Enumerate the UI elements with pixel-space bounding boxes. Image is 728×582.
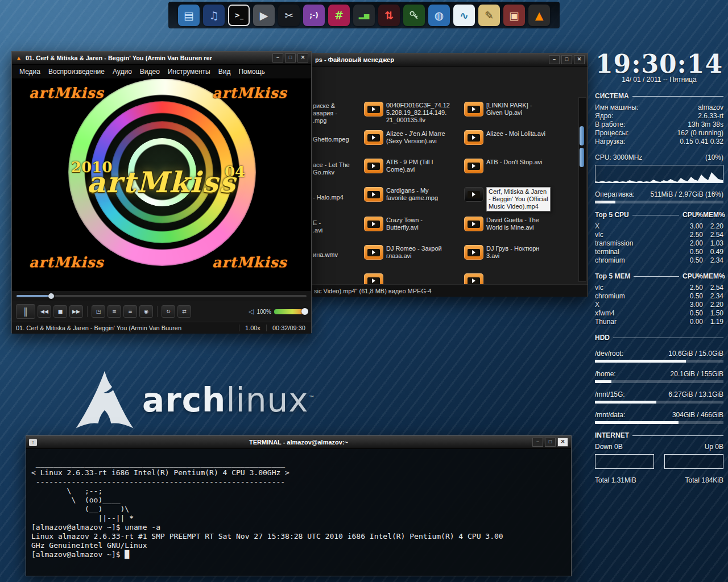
system-header-label: СИСТЕМА (595, 92, 629, 101)
menu-playback[interactable]: Воспроизведение (44, 66, 109, 77)
maximize-button[interactable]: □ (561, 55, 572, 64)
smiley-glyph: ;-) (309, 11, 318, 19)
maximize-button[interactable]: □ (285, 53, 296, 63)
menu-video[interactable]: Видео (136, 66, 164, 77)
vlc-titlebar[interactable]: ▲ 01. Cerf & Mitiska & Jaren - Beggin' Y… (12, 52, 311, 65)
equalizer-button[interactable]: ≣ (123, 305, 137, 318)
vlc-icon[interactable]: ▲ (528, 5, 550, 26)
process-name: chromium (595, 256, 625, 265)
scrollbar-thumb[interactable] (580, 126, 584, 146)
terminal-icon[interactable]: >_ (228, 5, 250, 26)
internet-header: INTERNET (595, 431, 723, 440)
playlist-button[interactable]: ≡ (107, 305, 121, 318)
notes-icon[interactable]: ✎ (478, 5, 500, 26)
terminal-output[interactable]: ________________________________________… (26, 456, 571, 562)
file-item-partial[interactable]: ace - Let The Go.mkv (313, 161, 350, 176)
ram-bar (595, 201, 723, 203)
file-item[interactable]: Alizee - Moi Lolita.avi (464, 130, 545, 145)
process-name: X (595, 222, 599, 231)
value: 2.6.33-rt (698, 112, 723, 120)
file-item-partial[interactable]: Ghetto.mpeg (313, 136, 349, 143)
keys-icon[interactable] (403, 5, 425, 26)
scissors-icon[interactable]: ✂ (278, 5, 300, 26)
menu-view[interactable]: Вид (214, 66, 235, 77)
file-item-partial[interactable]: - Halo.mp4 (313, 194, 344, 201)
volume-slider[interactable] (274, 309, 307, 314)
file-item[interactable]: David Guetta - The World is Mine.avi (464, 217, 539, 231)
file-item[interactable]: DJ Грув - Ноктюрн 3.avi (464, 245, 539, 260)
updown-arrows-glyph: ⇅ (384, 9, 394, 22)
video-area[interactable]: artMkiss artMkiss artMkiss artMkiss 2010… (12, 79, 311, 290)
previous-button[interactable]: ◀◀ (38, 305, 51, 318)
file-item-partial[interactable]: E - .avi (313, 219, 322, 234)
menu-media[interactable]: Медиа (15, 66, 44, 77)
scrollbar[interactable] (578, 97, 586, 282)
pda-icon[interactable]: ▤ (178, 5, 200, 26)
stop-button[interactable]: ■ (53, 305, 67, 318)
maximize-button[interactable]: □ (545, 438, 556, 447)
speaker-icon[interactable]: ◁ (249, 307, 254, 315)
col-cpu: CPU% (682, 211, 703, 219)
top-cpu-row: transmission2.001.03 (595, 239, 723, 248)
close-button[interactable]: ✕ (297, 53, 308, 63)
close-button[interactable]: ✕ (557, 438, 568, 447)
icon-band (468, 134, 480, 142)
cpu-pct: 2.50 (682, 284, 703, 292)
minimize-button[interactable]: – (532, 438, 543, 447)
packages-icon[interactable]: ▣ (503, 5, 525, 26)
next-button[interactable]: ▶▶ (69, 305, 83, 318)
menu-help[interactable]: Помощь (234, 66, 268, 77)
file-item[interactable]: DJ Romeo - Закрой глаза.avi (364, 245, 442, 260)
hdd-row: /dev/root:10.6GiB / 15.0GiB (595, 350, 723, 358)
hdd-row: /mnt/15G:6.27GiB / 13.1GiB (595, 390, 723, 399)
mem-pct: 2.54 (703, 231, 723, 239)
vlc-window: ▲ 01. Cerf & Mitiska & Jaren - Beggin' Y… (11, 51, 312, 333)
clock: 19:30:14 (595, 51, 723, 77)
loop-button[interactable]: ↻ (162, 305, 175, 318)
play-glyph (472, 278, 475, 283)
cpu-percent: (10%) (705, 153, 723, 162)
chart-icon[interactable]: ∿ (453, 5, 475, 26)
close-button[interactable]: ✕ (574, 55, 585, 64)
file-item-selected[interactable]: Cerf, Mitiska & Jaren - Beggin' You (Off… (464, 187, 551, 211)
file-item[interactable]: Crazy Town - Butterfly.avi (364, 217, 423, 231)
minimize-button[interactable]: – (272, 53, 283, 63)
seek-thumb[interactable] (48, 293, 54, 299)
vlc-menubar: Медиа Воспроизведение Аудио Видео Инстру… (12, 65, 311, 79)
top-cpu-label: Top 5 CPU (595, 211, 629, 219)
menu-tools[interactable]: Инструменты (164, 66, 214, 77)
seek-slider[interactable] (16, 295, 307, 297)
icon-band (468, 221, 480, 228)
file-item[interactable]: 0040FD016C3F_74.12 5.208.19_82.114.149. … (364, 102, 450, 124)
divider (613, 338, 723, 338)
usage: 304GiB / 466GiB (672, 411, 723, 419)
hdd-bar-fill (595, 421, 679, 424)
file-item[interactable]: ATB - Don't Stop.avi (464, 159, 543, 173)
arch-word: arch (142, 381, 226, 419)
file-item-clipped[interactable] (464, 273, 483, 284)
system-monitor-icon[interactable]: ▂▅ (353, 5, 375, 26)
pause-button[interactable]: ‖ (16, 304, 35, 319)
file-item[interactable]: Alizee - J'en Ai Marre (Sexy Version).av… (364, 130, 445, 145)
menu-audio[interactable]: Аудио (109, 66, 136, 77)
media-device-icon[interactable]: ♫ (203, 5, 225, 26)
minimize-button[interactable]: – (549, 55, 560, 64)
terminal-titlebar[interactable]: ↑ TERMINAL - almazov@almazov:~ – □ ✕ (26, 436, 571, 449)
media-player-icon[interactable]: ▶ (253, 5, 275, 26)
file-item-clipped[interactable] (364, 273, 383, 284)
icon-band (468, 191, 480, 198)
scrollbar-thumb[interactable] (580, 148, 584, 167)
file-item[interactable]: Cardigans - My favorite game.mpg (364, 187, 438, 202)
snapshot-button[interactable]: ◉ (139, 305, 153, 318)
shuffle-button[interactable]: ⇄ (177, 305, 191, 318)
browser-icon[interactable]: ◍ (428, 5, 450, 26)
file-item-partial[interactable]: риске & авария - .mpg (313, 102, 337, 124)
file-item[interactable]: ATB - 9 PM (Till I Come).avi (364, 159, 433, 173)
transfers-icon[interactable]: ⇅ (378, 5, 400, 26)
irc-icon[interactable]: # (328, 5, 350, 26)
fullscreen-button[interactable]: ◳ (92, 305, 105, 318)
file-item[interactable]: [LINKIN PARK] - Given Up.avi (464, 102, 532, 117)
file-item-partial[interactable]: ина.wmv (313, 251, 338, 259)
cpu-graph (595, 165, 723, 183)
messenger-icon[interactable]: ;-) (303, 5, 325, 26)
